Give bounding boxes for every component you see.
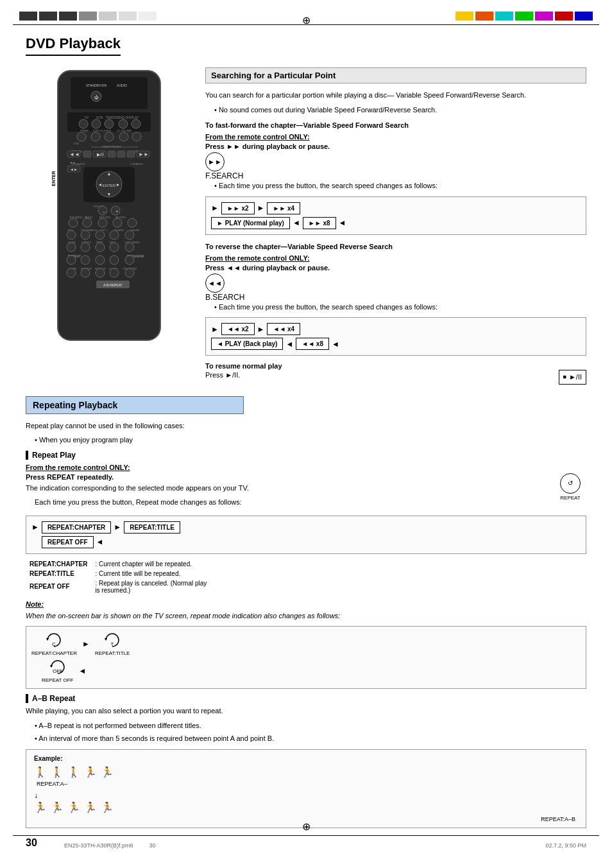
svg-point-65 (128, 218, 137, 227)
svg-text:◄►: ◄► (70, 168, 78, 171)
svg-rect-31 (83, 151, 91, 157)
bar-4 (79, 12, 97, 21)
svg-text:AUDIO: AUDIO (117, 83, 127, 87)
rev-arrow-back: ◄ (285, 340, 293, 349)
bottom-compass: ⊕ (302, 820, 310, 833)
color-bar-red (555, 12, 573, 21)
repeat-bullet1: • When you enjoy program play (35, 435, 586, 446)
remote-control-image: STANDBY/ON ⏻ AUDIO TV VCR TW/DSO DVD DIS… (38, 67, 180, 363)
note-label: Note: (26, 600, 586, 608)
svg-point-89 (81, 256, 90, 265)
svg-text:T: T (111, 641, 114, 647)
color-bar-green (515, 12, 533, 21)
press-rev: Press ◄◄ during playback or pause. (205, 264, 586, 272)
ab-example-box: Example: 🚶 🚶 🚶 🏃 🏃 REPEAT:A– ↓ 🏃 (26, 749, 586, 828)
svg-point-23 (119, 132, 128, 141)
press-repeat: Press REPEAT repeatedly. (26, 473, 548, 481)
page-title: DVD Playback (26, 35, 121, 56)
figure7: 🏃 (51, 801, 64, 813)
svg-point-102 (125, 268, 134, 277)
svg-point-12 (92, 119, 101, 128)
repeat-flow-row2: REPEAT OFF ◄ (31, 536, 581, 548)
fwd-flow-row2: ► PLAY (Normal play) ◄ ►► x8 ◄ (211, 217, 581, 229)
example-row2: 🏃 🏃 🏃 🏃 🏃 (34, 801, 578, 813)
svg-point-20 (77, 132, 86, 141)
svg-marker-106 (46, 638, 49, 641)
svg-text:⏻: ⏻ (94, 95, 99, 100)
repeat-mode-bullet: Each time you press the button, Repeat m… (35, 497, 548, 508)
rev-flow-row2: ◄ PLAY (Back play) ◄ ◄◄ x8 ◄ (211, 338, 581, 350)
ab-bullet2: • An interval of more than 5 seconds is … (35, 733, 586, 744)
svg-text:–: – (103, 209, 106, 214)
repeat-button-icon: ↺ REPEAT (554, 473, 586, 501)
example-arrow-down: ↓ (34, 791, 578, 800)
rev-box-play: ◄ PLAY (Back play) (211, 338, 283, 350)
svg-point-91 (110, 256, 119, 265)
repeat-play-title: Repeat Play (26, 451, 586, 460)
svg-text:TV: TV (85, 116, 89, 119)
bar-5 (99, 12, 117, 21)
svg-point-92 (125, 256, 134, 265)
color-bar-orange (475, 12, 493, 21)
top-bar-left (19, 12, 157, 21)
table-row-title: REPEAT:TITLE : Current title will be rep… (26, 569, 210, 578)
repeat-flow-diagram: ► REPEAT:CHAPTER ► REPEAT:TITLE REPEAT O… (26, 516, 586, 554)
fwd-bullet: • Each time you press the button, the se… (214, 180, 586, 191)
figure8: 🏃 (67, 801, 80, 813)
ab-repeat-title: A–B Repeat (26, 694, 586, 703)
repeat-press-row: Press REPEAT repeatedly. The indication … (26, 473, 586, 510)
example-row1: 🚶 🚶 🚶 🏃 🏃 (34, 766, 578, 778)
repeat-from-label: From the remote control ONLY: (26, 464, 586, 471)
repeating-section: Repeating Playback Repeat play cannot be… (26, 396, 586, 833)
svg-point-14 (119, 119, 128, 128)
repeat-title-key: REPEAT:TITLE (30, 570, 74, 577)
svg-text:TV VOLUME: TV VOLUME (117, 129, 132, 132)
fwd-flow-diagram: ► ►► x2 ► ►► x4 ► PLAY (Normal play) ◄ ►… (205, 196, 586, 235)
repeat-chapter-box: REPEAT:CHAPTER (42, 521, 111, 534)
fwd-box1: ►► x2 (221, 202, 255, 214)
left-column: STANDBY/ON ⏻ AUDIO TV VCR TW/DSO DVD DIS… (26, 67, 192, 385)
repeat-off-value: : Repeat play is canceled. (Normal playi… (91, 578, 210, 595)
svg-text:AUX: AUX (106, 129, 112, 132)
note-icon-chapter: C REPEAT:CHAPTER (31, 632, 77, 656)
figure1: 🚶 (34, 766, 47, 778)
repeat-a-label: REPEAT:A– (34, 781, 578, 787)
searching-intro: You can search for a particular portion … (205, 90, 586, 101)
svg-point-15 (132, 119, 140, 128)
bar-2 (39, 12, 57, 21)
svg-text:OFF: OFF (53, 668, 63, 674)
svg-point-22 (105, 132, 114, 141)
footer-left: EN25-33TH-A30R(B)f.pm6 30 (64, 842, 156, 849)
rev-arrow1: ► (257, 325, 265, 334)
svg-point-71 (67, 230, 76, 239)
bar-6 (119, 12, 137, 21)
svg-text:▶/II: ▶/II (97, 152, 104, 157)
figure5: 🏃 (101, 766, 114, 778)
svg-text:VCR: VCR (96, 116, 103, 119)
from-label-rev: From the remote control ONLY: (205, 254, 586, 262)
note-flow-diagram: C REPEAT:CHAPTER ► T REPEAT:TITLE (26, 626, 586, 689)
svg-point-73 (96, 230, 105, 239)
svg-text:STANDBY/ON: STANDBY/ON (86, 83, 107, 87)
svg-point-90 (96, 256, 105, 265)
color-bar-cyan (495, 12, 513, 21)
searching-bullet1: • No sound comes out during Variable Spe… (214, 105, 586, 116)
main-layout: STANDBY/ON ⏻ AUDIO TV VCR TW/DSO DVD DIS… (26, 67, 586, 385)
svg-point-98 (67, 268, 76, 277)
repeat-chapter-icon: C (42, 632, 65, 648)
fwd-flow-row1: ► ►► x2 ► ►► x4 (211, 202, 581, 214)
svg-point-100 (96, 268, 105, 277)
figure3: 🚶 (67, 766, 80, 778)
repeating-content: Repeat play cannot be used in the follow… (26, 421, 586, 833)
svg-rect-36 (127, 151, 135, 157)
svg-text:◄◄: ◄◄ (69, 152, 80, 157)
color-bar-magenta (535, 12, 553, 21)
repeat-arrow1: ► (114, 523, 121, 532)
svg-text:◄►: ◄► (69, 161, 76, 164)
table-row-off: REPEAT OFF : Repeat play is canceled. (N… (26, 578, 210, 595)
repeat-title-box: REPEAT:TITLE (124, 521, 180, 534)
svg-text:FM/AM: FM/AM (80, 129, 89, 132)
table-row-chapter: REPEAT:CHAPTER : Current chapter will be… (26, 559, 210, 569)
ab-intro: While playing, you can also select a por… (26, 706, 586, 716)
svg-text:►►: ►► (139, 152, 149, 157)
